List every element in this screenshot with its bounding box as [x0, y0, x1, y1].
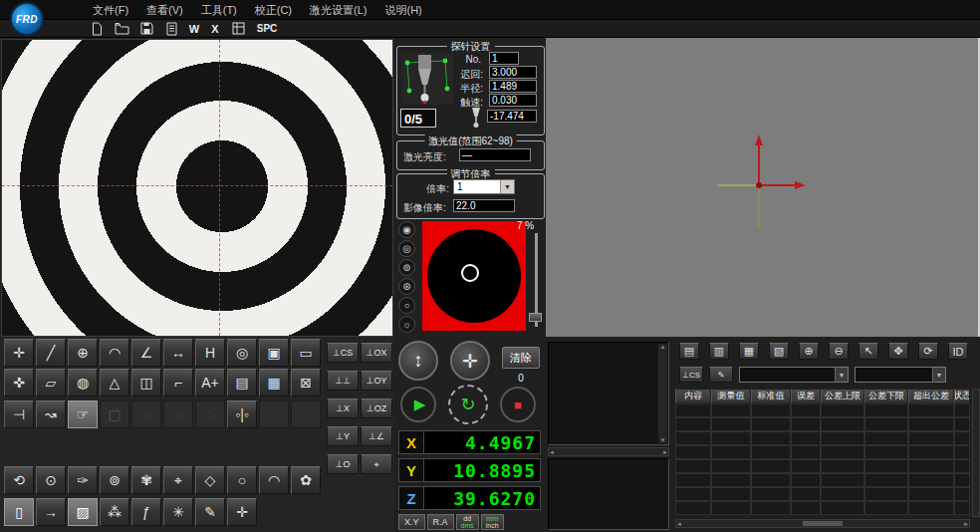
tool-cone[interactable]: △ [100, 369, 129, 397]
tool-edit[interactable]: ✎ [195, 498, 225, 526]
tool-diamond[interactable]: ◇ [195, 466, 225, 494]
tool-cylinder[interactable]: ◫ [131, 369, 161, 397]
open-file-button[interactable] [113, 21, 130, 36]
ring-light-segments[interactable]: ⊛ [398, 278, 415, 295]
table-row[interactable] [675, 431, 970, 445]
tool-function[interactable]: ƒ [131, 498, 161, 526]
tool-target[interactable]: ⌖ [163, 466, 193, 494]
tool-ring[interactable]: ◎ [227, 339, 257, 367]
tool-pattern[interactable]: ✾ [131, 466, 161, 494]
tool-gear[interactable]: ✿ [291, 466, 321, 494]
results-table-hscroll[interactable]: ◄► [675, 519, 970, 528]
ring-light-middle[interactable]: ⊚ [398, 259, 415, 276]
report-combo-2[interactable]: ▼ [855, 367, 946, 383]
spc-button[interactable]: SPC [254, 21, 280, 36]
feature-list-vscroll[interactable]: ▲▼ [658, 344, 667, 443]
axis-x-button[interactable]: X [398, 430, 424, 454]
view3d-panel[interactable] [546, 38, 980, 337]
tool-flash[interactable]: ✳ [163, 498, 193, 526]
camera-view[interactable] [2, 40, 392, 336]
chevron-down-icon[interactable]: ▼ [932, 368, 945, 382]
pcs-button[interactable]: ⊥CS [679, 367, 703, 383]
menu-item[interactable]: 文件(F) [84, 0, 137, 20]
tool-label[interactable]: A+ [195, 369, 225, 397]
tool-sphere[interactable]: ◍ [68, 369, 98, 397]
jog-xy-button[interactable]: ✛ [450, 341, 490, 381]
document-button[interactable] [229, 21, 247, 36]
ring-light-outer[interactable]: ◎ [398, 240, 415, 257]
cs-origin[interactable]: ⊥O [327, 454, 359, 474]
cs-axis-x[interactable]: ⊥X [327, 399, 359, 418]
light-intensity-pad[interactable] [422, 221, 526, 331]
new-file-button[interactable] [88, 21, 106, 36]
tool-delete[interactable]: ⊠ [291, 369, 321, 397]
feature-list-hscroll[interactable]: ◄► [548, 447, 669, 456]
tool-construct-arc[interactable]: ○ [227, 466, 257, 494]
run-button[interactable]: ▶ [400, 387, 436, 422]
cs-probe[interactable]: ⌖ [361, 454, 392, 474]
clear-button[interactable]: 清除 [502, 347, 540, 369]
axis-z-button[interactable]: Z [398, 486, 424, 510]
probe-no-field[interactable]: 1 [489, 52, 519, 65]
menu-item[interactable]: 激光设置(L) [301, 0, 375, 20]
cnc-loop-button[interactable]: ↻ [448, 385, 488, 424]
table-row[interactable] [675, 417, 970, 431]
menu-item[interactable]: 工具(T) [192, 0, 246, 20]
export-word-button[interactable]: W [187, 21, 201, 36]
pan-move[interactable]: ✥ [888, 343, 908, 360]
tool-view[interactable]: ⊙ [36, 466, 66, 494]
select-arrow[interactable]: ↖ [858, 343, 878, 360]
chevron-down-icon[interactable]: ▼ [835, 368, 848, 382]
mode-ra-button[interactable]: R.A [427, 514, 454, 530]
ring-light-all[interactable]: ◉ [398, 221, 415, 238]
jog-z-button[interactable]: ↕ [398, 341, 438, 381]
save-button[interactable] [137, 21, 155, 36]
tool-scatter[interactable]: ⁂ [100, 498, 129, 526]
tool-arc[interactable]: ◠ [100, 339, 129, 367]
chevron-down-icon[interactable]: ▼ [500, 180, 514, 193]
cs-origin-z[interactable]: ⊥OZ [361, 399, 392, 418]
tool-rect[interactable]: ▣ [259, 339, 289, 367]
tool-scan[interactable]: ▤ [227, 369, 257, 397]
tool-auto-point[interactable]: ✛ [4, 339, 34, 367]
axis-y-button[interactable]: Y [398, 458, 424, 482]
tool-grid[interactable]: ▦ [259, 369, 289, 397]
tool-pick[interactable]: ☞ [68, 400, 98, 428]
report-new[interactable]: ▤ [679, 343, 699, 360]
stop-button[interactable]: ■ [500, 387, 536, 422]
image-rate-field[interactable]: 22.0 [453, 199, 515, 212]
tool-line[interactable]: ╱ [36, 339, 66, 367]
tool-distance[interactable]: ↔ [163, 339, 193, 367]
cs-align[interactable]: ⊥⊥ [327, 371, 359, 391]
menu-item[interactable]: 校正(C) [246, 0, 301, 20]
menu-item[interactable]: 查看(V) [137, 0, 192, 20]
probe-radius-field[interactable]: 1.489 [489, 80, 537, 93]
light-slider-handle[interactable] [529, 313, 542, 322]
report-button[interactable] [162, 21, 180, 36]
detail-list[interactable] [548, 458, 669, 530]
tool-undo[interactable]: ⟲ [4, 466, 34, 494]
refresh[interactable]: ⟳ [918, 343, 938, 360]
tool-midpoint[interactable]: ◦|◦ [227, 400, 257, 428]
tool-trace[interactable]: ↝ [36, 400, 66, 428]
menu-item[interactable]: 说明(H) [376, 0, 431, 20]
feature-list[interactable]: ▲▼ [548, 342, 669, 445]
cs-origin-y[interactable]: ⊥OY [361, 371, 392, 391]
tool-point[interactable]: ✜ [4, 369, 34, 397]
tool-construct-circle[interactable]: ⊚ [100, 466, 129, 494]
report-combo-1[interactable]: ▼ [739, 367, 849, 383]
cs-new[interactable]: ⊥CS [327, 343, 359, 363]
table-row[interactable] [675, 445, 970, 459]
zoom-in[interactable]: ⊕ [799, 343, 819, 360]
cs-rotate[interactable]: ⊥∠ [361, 426, 392, 446]
length-unit-toggle[interactable]: mm inch [481, 514, 504, 530]
report-template[interactable]: ▧ [769, 343, 789, 360]
tool-edge[interactable]: ⊣ [4, 400, 34, 428]
tool-image[interactable]: ▨ [68, 498, 98, 526]
tool-step[interactable]: ⌐ [163, 369, 193, 397]
id-label[interactable]: ID [948, 343, 968, 360]
results-table-vscroll[interactable] [972, 389, 980, 517]
tool-angle[interactable]: ∠ [131, 339, 161, 367]
tool-slot[interactable]: ▭ [291, 339, 321, 367]
tool-program[interactable]: ▯ [4, 498, 34, 526]
